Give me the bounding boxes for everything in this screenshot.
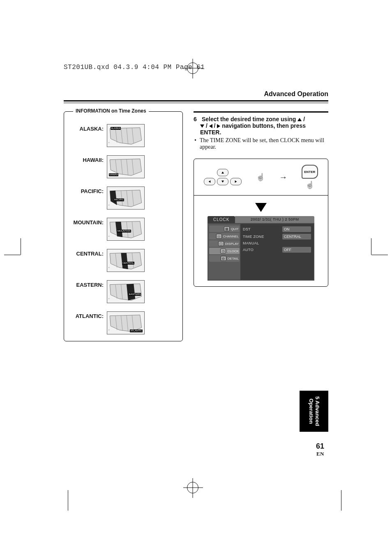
detail-icon: ◍: [221, 256, 226, 261]
registration-mark-bottom: [187, 482, 198, 493]
rule-thin: [64, 103, 328, 103]
page-number: 61: [316, 442, 324, 451]
osd-side-label: QUIT: [231, 227, 239, 231]
us-map-icon: ALASKA ʻ: [107, 124, 145, 147]
osd-row-manual: MANUAL: [243, 241, 311, 245]
step-number: 6: [194, 116, 200, 122]
tz-label: MOUNTAIN:: [69, 218, 104, 226]
remote-down-key: [217, 178, 228, 185]
trim-mark: [68, 490, 68, 511]
timezone-info-box: INFORMATION on Time Zones ALASKA: ALASKA…: [64, 111, 183, 341]
tz-row-central: CENTRAL: CENTRAL ʻ: [69, 249, 178, 272]
triangle-down-icon: [221, 181, 224, 183]
osd-row-auto: AUTO OFF: [243, 247, 311, 253]
content-area: Advanced Operation INFORMATION on Time Z…: [64, 90, 328, 461]
remote-enter-key: ENTER: [302, 165, 318, 179]
tz-tag: HAWAII: [109, 173, 118, 176]
remote-right-key: [230, 178, 242, 185]
bullet-dot: •: [194, 137, 197, 150]
osd-key: TIME ZONE: [243, 235, 280, 239]
us-map-icon: HAWAII: [107, 155, 145, 178]
step-text: /: [212, 122, 217, 129]
osd-key: DST: [243, 227, 280, 231]
remote-row: ☝ → ENTER ☝: [194, 159, 328, 196]
osd-sidebar: ▦QUIT ▭CHANNEL ▢DISPLAY ◷CLOCK ◍DETAIL: [208, 224, 240, 280]
tz-label: PACIFIC:: [69, 187, 104, 194]
osd-side-clock: ◷CLOCK: [209, 248, 240, 254]
osd-tab-clock: CLOCK: [208, 216, 235, 223]
osd-value: CENTRAL: [282, 234, 311, 240]
osd-side-label: CHANNEL: [223, 235, 239, 238]
step-enter: ENTER.: [200, 129, 221, 136]
page: ST201UB.qxd 04.3.9 4:04 PM Page 61 Advan…: [0, 0, 392, 555]
hawaii-marker: ʻ: [108, 267, 109, 270]
osd-side-label: DETAIL: [228, 257, 239, 260]
section-header: Advanced Operation: [64, 90, 328, 100]
step-text: /: [204, 122, 209, 129]
tz-tag: CENTRAL: [122, 262, 134, 265]
hawaii-marker: ʻ: [108, 329, 109, 332]
osd-side-label: CLOCK: [227, 249, 239, 253]
us-map-icon: EASTERN ʻ: [107, 280, 145, 303]
hawaii-marker: ʻ: [108, 235, 109, 239]
tz-row-atlantic: ATLANTIC: ATLANTIC ʻ: [69, 311, 178, 334]
tz-label: CENTRAL:: [69, 249, 104, 257]
us-map-icon: ATLANTIC ʻ: [107, 311, 145, 334]
tz-row-alaska: ALASKA: ALASKA ʻ: [69, 124, 178, 147]
quit-icon: ▦: [224, 226, 230, 231]
chapter-tab: 5 Advanced Operation: [300, 391, 328, 432]
osd-value: OFF: [282, 247, 311, 253]
osd-key: AUTO: [243, 248, 280, 252]
hand-pointer-icon: ☝: [305, 180, 314, 189]
hawaii-marker: ʻ: [108, 142, 109, 145]
us-map-icon: PACIFIC ʻ: [107, 187, 145, 210]
osd-side-label: DISPLAY: [225, 242, 239, 246]
tz-row-pacific: PACIFIC: PACIFIC ʻ: [69, 187, 178, 210]
step-text: navigation buttons, then press: [220, 122, 306, 129]
tz-label: HAWAII:: [69, 155, 104, 163]
trim-mark: [341, 490, 341, 511]
display-icon: ▢: [218, 241, 224, 246]
osd-key: MANUAL: [243, 241, 311, 245]
tz-tag: ATLANTIC: [130, 329, 143, 332]
osd-row-dst: DST ON: [243, 226, 311, 232]
osd-main: DST ON TIME ZONE CENTRAL MANUAL: [240, 224, 314, 280]
step-text: Select the desired time zone using: [202, 116, 297, 122]
osd-date: 2002/ 1/31( THU ) 2 50PM: [235, 216, 314, 223]
tz-row-hawaii: HAWAII: HAWAII: [69, 155, 178, 178]
step-rule: [194, 111, 328, 113]
hawaii-marker: ʻ: [108, 204, 109, 207]
remote-left-key: [204, 178, 215, 185]
triangle-up-icon: [221, 172, 224, 174]
osd-side-quit: ▦QUIT: [209, 226, 240, 232]
tz-row-mountain: MOUNTAIN: MOUNTAIN ʻ: [69, 218, 178, 241]
hand-pointer-icon: ☝: [256, 173, 265, 182]
page-number-block: 61 EN: [316, 442, 324, 457]
step-text: /: [302, 116, 305, 122]
triangle-down-icon: [200, 124, 204, 128]
file-stamp: ST201UB.qxd 04.3.9 4:04 PM Page 61: [64, 64, 205, 71]
chapter-tab-line2: Operation: [308, 398, 314, 424]
hawaii-marker: ʻ: [108, 298, 109, 301]
osd-row-timezone: TIME ZONE CENTRAL: [243, 234, 311, 240]
tz-tag: EASTERN: [129, 293, 141, 296]
arrow-down-icon: [255, 203, 267, 212]
crop-mark-left: [21, 255, 53, 288]
triangle-left-icon: [209, 124, 212, 128]
tz-label: ATLANTIC:: [69, 311, 104, 319]
clock-icon: ◷: [220, 249, 226, 253]
triangle-left-icon: [209, 180, 211, 183]
tz-label: EASTERN:: [69, 280, 104, 288]
osd-side-detail: ◍DETAIL: [209, 255, 240, 262]
triangle-up-icon: [297, 118, 302, 121]
tz-row-eastern: EASTERN: EASTERN ʻ: [69, 280, 178, 303]
tz-tag: PACIFIC: [114, 198, 124, 201]
step-6: 6 Select the desired time zone using / /…: [194, 116, 328, 136]
osd-clock-menu: CLOCK 2002/ 1/31( THU ) 2 50PM ▦QUIT ▭CH…: [208, 216, 314, 281]
tz-tag: MOUNTAIN: [117, 230, 131, 233]
osd-side-channel: ▭CHANNEL: [209, 233, 240, 240]
osd-value: ON: [282, 226, 311, 232]
step-bullet: • The TIME ZONE will be set, then CLOCK …: [194, 137, 328, 150]
remote-dpad: [204, 169, 242, 185]
crop-mark-right: [339, 255, 371, 288]
